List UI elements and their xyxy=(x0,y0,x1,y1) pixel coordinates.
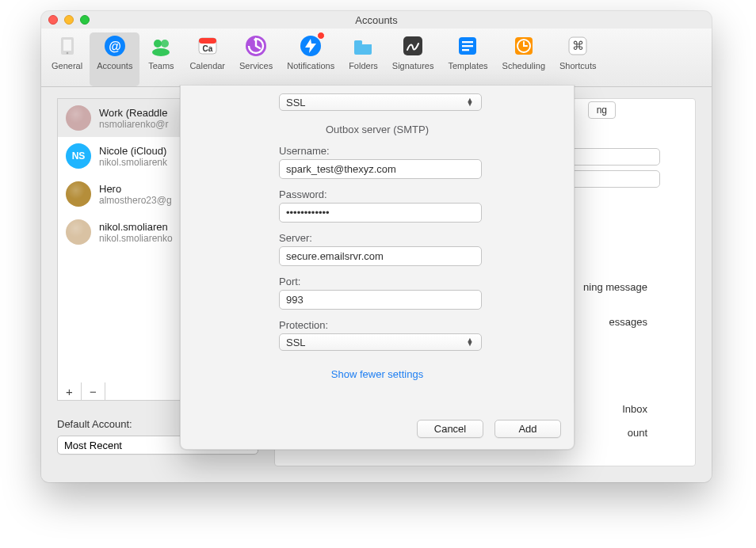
accounts-icon: @ xyxy=(103,34,127,58)
add-button[interactable]: Add xyxy=(494,420,561,438)
svg-rect-18 xyxy=(462,45,473,47)
avatar-photo xyxy=(66,181,91,207)
account-meta: Nicole (iCloud)nikol.smoliarenk xyxy=(99,145,167,168)
inbox-protection-select[interactable]: SSL xyxy=(279,93,482,111)
svg-point-5 xyxy=(154,40,162,48)
toolbar-tab-templates[interactable]: Templates xyxy=(441,32,494,86)
smtp-settings-sheet: SSL Outbox server (SMTP) Username: Passw… xyxy=(180,86,575,450)
show-fewer-settings-link[interactable]: Show fewer settings xyxy=(181,368,574,380)
zoom-button[interactable] xyxy=(80,15,90,25)
signatures-icon xyxy=(401,34,425,58)
services-icon xyxy=(244,34,268,58)
svg-point-6 xyxy=(161,40,169,48)
shortcuts-icon: ⌘ xyxy=(566,34,590,58)
protection-label: Protection: xyxy=(279,319,482,331)
panel-chip[interactable]: ng xyxy=(588,101,616,119)
avatar-photo xyxy=(66,105,91,131)
panel-text-1: ning message xyxy=(583,281,647,293)
account-name: Work (Readdle xyxy=(99,107,169,119)
panel-field-1[interactable] xyxy=(565,148,660,166)
toolbar-tab-folders[interactable]: Folders xyxy=(342,32,385,86)
account-meta: nikol.smoliarennikol.smoliarenko xyxy=(99,221,173,244)
notification-badge xyxy=(317,32,325,40)
toolbar-tab-teams[interactable]: Teams xyxy=(139,32,182,86)
server-label: Server: xyxy=(279,232,482,244)
avatar-photo xyxy=(66,219,91,245)
toolbar-tab-label: Services xyxy=(239,61,273,70)
svg-rect-17 xyxy=(462,41,473,43)
svg-rect-9 xyxy=(199,38,216,44)
teams-icon xyxy=(149,34,173,58)
avatar-initials: NS xyxy=(66,143,91,169)
chevron-updown-icon xyxy=(465,338,475,346)
toolbar-tab-shortcuts[interactable]: ⌘Shortcuts xyxy=(552,32,603,86)
toolbar-tab-label: Notifications xyxy=(287,61,334,70)
toolbar-tab-label: Teams xyxy=(148,61,174,70)
smtp-section-header: Outbox server (SMTP) xyxy=(181,124,574,135)
toolbar-tab-label: Folders xyxy=(349,61,378,70)
remove-account-button[interactable]: − xyxy=(82,382,105,400)
account-email: nikol.smoliarenk xyxy=(99,157,167,168)
toolbar-tab-signatures[interactable]: Signatures xyxy=(385,32,441,86)
toolbar-tab-general[interactable]: General xyxy=(44,32,90,86)
add-account-button[interactable]: + xyxy=(58,382,82,400)
inbox-protection-value: SSL xyxy=(286,97,306,108)
templates-icon xyxy=(456,34,479,58)
cancel-button[interactable]: Cancel xyxy=(417,420,483,438)
account-meta: Work (Readdlensmoliarenko@r xyxy=(99,107,169,130)
content-area: Work (Readdlensmoliarenko@rNSNicole (iCl… xyxy=(41,87,712,482)
default-account-label: Default Account: xyxy=(57,418,132,430)
titlebar: Accounts xyxy=(41,11,712,29)
panel-text-2: essages xyxy=(609,316,647,328)
default-account-value: Most Recent xyxy=(64,440,122,451)
account-name: Nicole (iCloud) xyxy=(99,145,167,157)
password-label: Password: xyxy=(279,188,482,200)
password-input[interactable] xyxy=(279,203,482,223)
account-email: nikol.smoliarenko xyxy=(99,233,173,244)
svg-point-7 xyxy=(152,48,170,56)
toolbar-tab-notifications[interactable]: Notifications xyxy=(280,32,342,86)
notifications-icon xyxy=(299,34,323,58)
account-email: nsmoliarenko@r xyxy=(99,119,169,130)
panel-text-4: ount xyxy=(628,427,647,439)
svg-rect-1 xyxy=(63,40,71,51)
panel-text-3: Inbox xyxy=(622,403,647,415)
calendar-icon: Ca xyxy=(196,34,220,58)
toolbar-tab-scheduling[interactable]: Scheduling xyxy=(495,32,552,86)
toolbar-tab-label: General xyxy=(52,61,82,70)
close-button[interactable] xyxy=(48,15,58,25)
preferences-toolbar: General@AccountsTeamsCaCalendarServicesN… xyxy=(41,29,712,87)
folders-icon xyxy=(351,34,375,58)
minimize-button[interactable] xyxy=(64,15,74,25)
toolbar-tab-label: Signatures xyxy=(392,61,434,70)
svg-text:@: @ xyxy=(109,40,121,53)
general-icon xyxy=(55,34,79,58)
toolbar-tab-calendar[interactable]: CaCalendar xyxy=(182,32,232,86)
toolbar-tab-label: Shortcuts xyxy=(559,61,596,70)
port-input[interactable] xyxy=(279,290,482,310)
chevron-updown-icon xyxy=(465,98,475,106)
toolbar-tab-accounts[interactable]: @Accounts xyxy=(90,32,139,86)
account-email: almosthero23@g xyxy=(99,195,172,206)
svg-text:⌘: ⌘ xyxy=(572,39,584,52)
account-name: nikol.smoliaren xyxy=(99,221,173,233)
toolbar-tab-services[interactable]: Services xyxy=(232,32,280,86)
svg-rect-14 xyxy=(354,40,362,44)
toolbar-tab-label: Scheduling xyxy=(502,61,545,70)
svg-rect-19 xyxy=(462,49,469,51)
server-input[interactable] xyxy=(279,246,482,266)
svg-text:Ca: Ca xyxy=(202,44,212,53)
toolbar-tab-label: Templates xyxy=(448,61,487,70)
username-input[interactable] xyxy=(279,159,482,179)
svg-point-2 xyxy=(66,52,68,55)
window-title: Accounts xyxy=(49,14,704,26)
panel-field-2[interactable] xyxy=(565,170,660,188)
scheduling-icon xyxy=(512,34,536,58)
protection-value: SSL xyxy=(286,337,306,348)
preferences-window: Accounts General@AccountsTeamsCaCalendar… xyxy=(41,11,712,482)
window-controls xyxy=(48,15,90,25)
account-name: Hero xyxy=(99,183,172,195)
port-label: Port: xyxy=(279,276,482,287)
username-label: Username: xyxy=(279,145,482,157)
protection-select[interactable]: SSL xyxy=(279,333,482,351)
